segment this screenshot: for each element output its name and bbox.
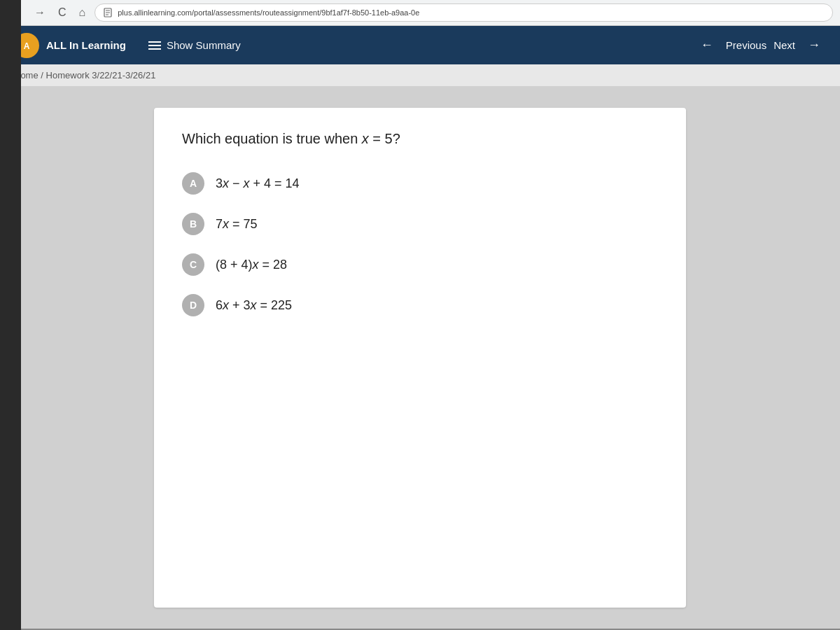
next-label: Next	[774, 39, 795, 51]
breadcrumb-current: Homework 3/22/21-3/26/21	[46, 70, 156, 80]
breadcrumb-separator: /	[41, 70, 43, 80]
main-content: Which equation is true when x = 5? A 3x …	[0, 87, 840, 629]
option-d[interactable]: D 6x + 3x = 225	[182, 291, 658, 319]
option-d-text: 6x + 3x = 225	[216, 298, 292, 313]
option-b-circle: B	[182, 213, 204, 235]
all-in-learning-logo: A	[19, 38, 34, 53]
next-arrow-button[interactable]: →	[802, 35, 826, 55]
home-button[interactable]: ⌂	[76, 5, 90, 20]
address-bar[interactable]: plus.allinlearning.com/portal/assessment…	[94, 4, 833, 22]
show-summary-label: Show Summary	[167, 39, 241, 51]
option-c-text: (8 + 4)x = 28	[216, 258, 287, 272]
option-a-label: A	[190, 178, 197, 189]
question-card: Which equation is true when x = 5? A 3x …	[154, 108, 686, 608]
page-icon	[104, 8, 113, 18]
option-c-label: C	[190, 259, 197, 270]
option-c[interactable]: C (8 + 4)x = 28	[182, 251, 658, 279]
reload-button[interactable]: C	[55, 5, 70, 20]
option-d-label: D	[190, 300, 197, 311]
svg-text:A: A	[24, 41, 30, 51]
option-c-circle: C	[182, 253, 204, 276]
option-a-text: 3x − x + 4 = 14	[216, 176, 300, 191]
answer-options: A 3x − x + 4 = 14 B 7x = 75 C (8 + 4)x =…	[182, 169, 658, 319]
forward-button[interactable]: →	[31, 5, 49, 20]
option-d-circle: D	[182, 294, 204, 316]
nav-controls: ← Previous Next →	[695, 35, 826, 55]
left-sidebar	[0, 0, 21, 630]
hamburger-icon	[148, 41, 161, 50]
app-header: A ALL In Learning Show Summary ← Previou…	[0, 26, 840, 64]
option-b-label: B	[190, 218, 197, 230]
option-a[interactable]: A 3x − x + 4 = 14	[182, 169, 658, 197]
previous-label: Previous	[726, 39, 766, 51]
option-a-circle: A	[182, 172, 204, 195]
logo-text: ALL In Learning	[46, 39, 126, 51]
url-text: plus.allinlearning.com/portal/assessment…	[118, 8, 419, 17]
option-b-text: 7x = 75	[216, 217, 258, 232]
browser-chrome: ← → C ⌂ plus.allinlearning.com/portal/as…	[0, 0, 840, 26]
option-b[interactable]: B 7x = 75	[182, 210, 658, 238]
question-text: Which equation is true when x = 5?	[182, 129, 658, 148]
breadcrumb: Home / Homework 3/22/21-3/26/21	[0, 64, 840, 87]
logo-area: A ALL In Learning	[14, 33, 126, 58]
browser-toolbar: ← → C ⌂ plus.allinlearning.com/portal/as…	[0, 0, 840, 25]
show-summary-button[interactable]: Show Summary	[140, 35, 249, 55]
previous-arrow-button[interactable]: ←	[695, 35, 719, 55]
